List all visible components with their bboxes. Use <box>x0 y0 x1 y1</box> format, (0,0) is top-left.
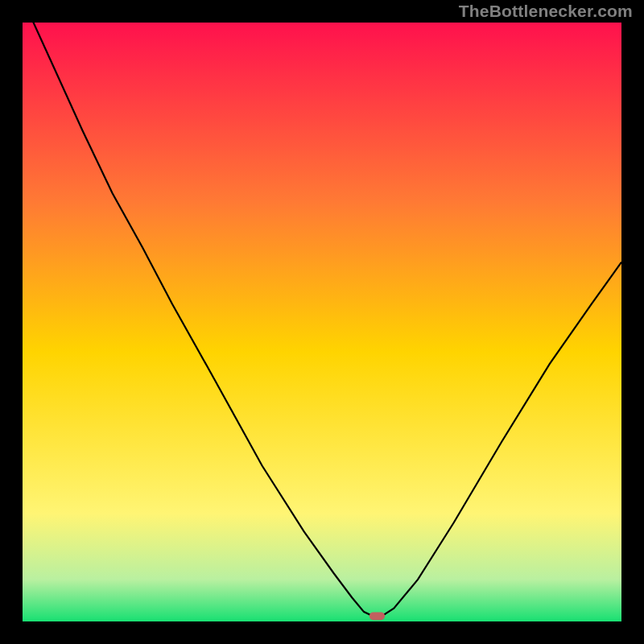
plot-background-gradient <box>23 23 621 621</box>
bottleneck-chart <box>23 23 621 621</box>
watermark-text: TheBottlenecker.com <box>459 2 633 21</box>
optimal-point-marker <box>369 612 385 620</box>
chart-frame: TheBottlenecker.com <box>0 0 644 644</box>
